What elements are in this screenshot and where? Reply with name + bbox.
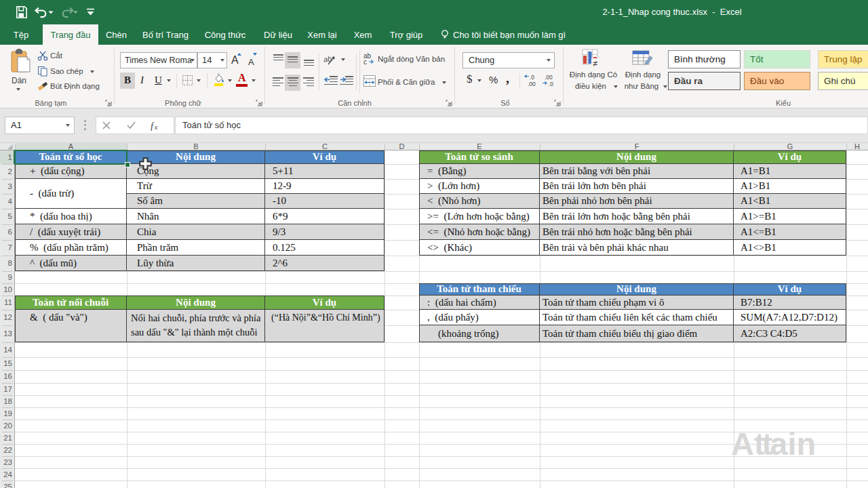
svg-text:≠: ≠ — [593, 58, 597, 68]
svg-text:c: c — [363, 58, 367, 64]
svg-text:.00: .00 — [528, 81, 536, 87]
svg-text:.00: .00 — [545, 74, 553, 81]
svg-text:ab: ab — [323, 54, 332, 64]
svg-text:.0: .0 — [549, 81, 553, 87]
svg-text:x: x — [154, 123, 158, 131]
svg-text:.0: .0 — [530, 74, 534, 81]
